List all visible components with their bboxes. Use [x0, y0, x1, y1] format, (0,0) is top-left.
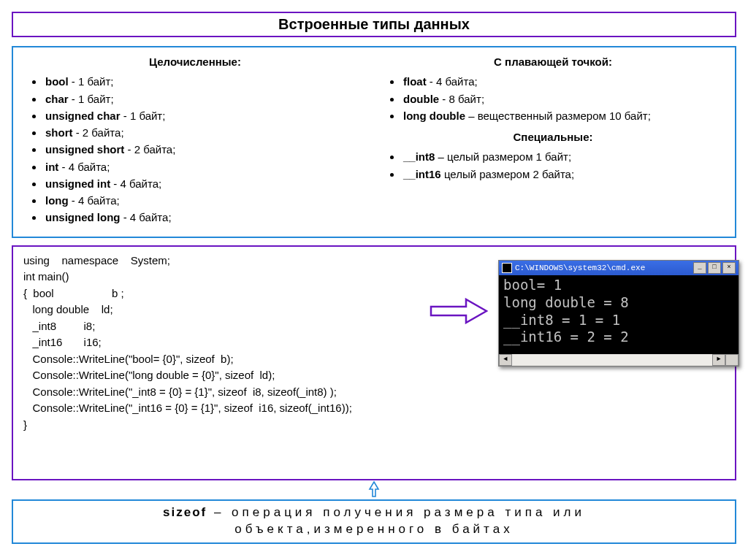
- console-line: __int8 = 1 = 1: [503, 312, 620, 328]
- integer-list: bool - 1 байт; char - 1 байт; unsigned c…: [25, 73, 365, 226]
- list-item: __int8 – целый размером 1 байт;: [402, 148, 723, 165]
- special-header: Специальные:: [383, 129, 723, 145]
- sizeof-keyword: sizeof: [163, 505, 207, 519]
- scroll-left-icon[interactable]: ◄: [499, 354, 512, 366]
- arrow-up-icon: [12, 480, 736, 501]
- console-scrollbar[interactable]: ◄ ►: [499, 354, 739, 366]
- list-item: long - 4 байта;: [44, 192, 365, 209]
- console-body: bool= 1 long double = 8 __int8 = 1 = 1 _…: [499, 275, 739, 354]
- minimize-button[interactable]: _: [693, 262, 706, 274]
- special-list: __int8 – целый размером 1 байт; __int16 …: [383, 148, 723, 183]
- list-item: __int16 целый размером 2 байта;: [402, 166, 723, 183]
- list-item: short - 2 байта;: [44, 124, 365, 141]
- console-title-bar: C:\WINDOWS\system32\cmd.exe _ □ ×: [499, 261, 739, 276]
- list-item: unsigned short - 2 байта;: [44, 141, 365, 158]
- title-frame: Встроенные типы данных: [12, 12, 736, 37]
- list-item: int - 4 байта;: [44, 158, 365, 175]
- footer-frame: sizeof – операция получения размера типа…: [12, 499, 736, 545]
- scroll-track[interactable]: [512, 355, 712, 365]
- list-item: double - 8 байт;: [402, 91, 723, 107]
- console-line: __int16 = 2 = 2: [503, 329, 629, 345]
- scroll-corner: [725, 354, 739, 366]
- console-line: long double = 8: [503, 294, 629, 310]
- page-title: Встроенные типы данных: [13, 16, 735, 33]
- integer-header: Целочисленные:: [25, 53, 365, 70]
- console-line: bool= 1: [503, 277, 562, 293]
- integer-column: Целочисленные: bool - 1 байт; char - 1 б…: [25, 53, 365, 226]
- list-item: char - 1 байт;: [44, 91, 365, 107]
- console-window-wrap: C:\WINDOWS\system32\cmd.exe _ □ × bool= …: [498, 260, 739, 367]
- cmd-icon: [502, 263, 512, 273]
- console-title-text: C:\WINDOWS\system32\cmd.exe: [515, 262, 690, 275]
- footer-note: sizeof – операция получения размера типа…: [20, 502, 728, 540]
- code-line: Console::WriteLine("_int8 = {0} = {1}", …: [23, 384, 725, 401]
- code-line: }: [23, 417, 725, 434]
- code-frame: using namespace System; int main() { boo…: [12, 245, 736, 480]
- code-line: Console::WriteLine("_int16 = {0} = {1}",…: [23, 400, 725, 417]
- list-item: unsigned char - 1 байт;: [44, 107, 365, 124]
- console-window: C:\WINDOWS\system32\cmd.exe _ □ × bool= …: [498, 260, 739, 367]
- list-item: unsigned int - 4 байта;: [44, 175, 365, 192]
- list-item: bool - 1 байт;: [44, 73, 365, 90]
- code-line: Console::WriteLine("long double = {0}", …: [23, 367, 725, 384]
- maximize-button[interactable]: □: [708, 262, 721, 274]
- floating-header: С плавающей точкой:: [383, 53, 723, 70]
- arrow-right-icon: [430, 298, 488, 324]
- list-item: unsigned long - 4 байта;: [44, 209, 365, 226]
- float-special-column: С плавающей точкой: float - 4 байта; dou…: [383, 53, 723, 226]
- list-item: long double – вещественный размером 10 б…: [402, 107, 723, 124]
- floating-list: float - 4 байта; double - 8 байт; long d…: [383, 73, 723, 124]
- list-item: float - 4 байта;: [402, 73, 723, 90]
- close-button[interactable]: ×: [722, 262, 736, 274]
- scroll-right-icon[interactable]: ►: [712, 354, 725, 366]
- types-frame: Целочисленные: bool - 1 байт; char - 1 б…: [12, 46, 736, 238]
